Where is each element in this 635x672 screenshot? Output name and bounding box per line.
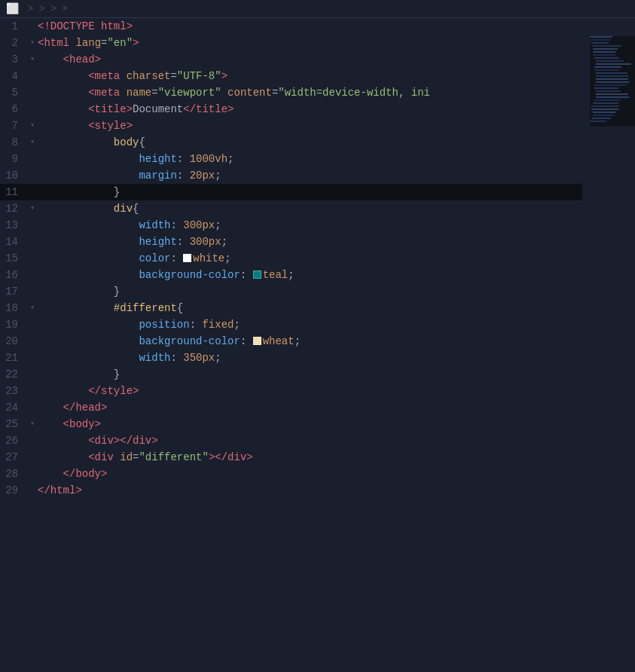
fold-placeholder [27,267,38,283]
fold-placeholder [27,283,38,300]
table-row: 1 <!DOCTYPE html> [0,18,582,35]
indent [38,316,139,333]
attr-value-token: "viewport" [158,84,221,101]
tag-token: > [133,35,139,51]
table-row: 27 <div id="different"></div> [0,449,582,466]
colon-token: : [177,151,190,167]
tag-token: <html [38,35,75,51]
tag-token: </title> [183,101,234,118]
fold-arrow[interactable]: ▾ [27,51,38,68]
line-number: 2 [0,35,27,51]
brace-token: } [114,283,120,300]
table-row: 8▾ body{ [0,134,582,151]
fold-placeholder [27,399,38,416]
fold-arrow[interactable]: ▾ [27,118,38,134]
value-token: 300px [183,217,215,234]
table-row: 28 </body> [0,466,582,482]
indent [38,333,139,350]
table-row: 15 color: white; [0,250,582,267]
indent [38,84,88,101]
colon-token: : [177,167,190,184]
colon-token: : [240,333,253,350]
fold-arrow[interactable]: ▾ [27,200,38,217]
brace-token: } [114,366,120,383]
tab-bar: ⬜ > > > > [0,0,635,18]
property-token: margin [139,167,176,184]
tag-token: html [101,18,127,35]
id-selector-token: #different [114,300,177,316]
table-row: 20 background-color: wheat; [0,333,582,350]
table-row: 22 } [0,366,582,383]
semicolon-token: ; [234,316,240,333]
line-number: 29 [0,482,27,499]
table-row: 16 background-color: teal; [0,267,582,283]
fold-arrow[interactable]: ▾ [27,416,38,432]
html-file-icon: ⬜ [6,2,19,15]
indent [38,300,114,316]
line-number: 26 [0,432,27,449]
indent [38,399,63,416]
brace-token: } [114,184,120,200]
tag-token: > [209,449,215,466]
indent [38,200,114,217]
punct-token: = [272,84,278,101]
line-number: 21 [0,350,27,366]
tag-token: </div> [120,432,157,449]
line-number: 24 [0,399,27,416]
value-token: white [193,250,224,267]
fold-placeholder [27,366,38,383]
fold-placeholder [27,217,38,234]
line-number: 19 [0,316,27,333]
table-row: 14 height: 300px; [0,234,582,250]
tag-token: </style> [88,383,139,399]
indent [38,466,63,482]
color-swatch [183,254,191,262]
line-number: 14 [0,234,27,250]
semicolon-token: ; [227,151,234,167]
tag-token: <!DOCTYPE [38,18,101,35]
fold-arrow[interactable]: ▾ [27,35,38,51]
punct-token: = [101,35,107,51]
line-number: 27 [0,449,27,466]
line-number: 4 [0,68,27,84]
line-number: 20 [0,333,27,350]
tag-token: <div [88,449,120,466]
line-number: 22 [0,366,27,383]
line-number: 6 [0,101,27,118]
attr-name-token: id [120,449,133,466]
colon-token: : [177,234,190,250]
property-token: background-color [139,267,240,283]
property-token: position [139,316,189,333]
value-token: 1000vh [190,151,227,167]
indent [38,383,88,399]
attr-name-token: name [127,84,152,101]
fold-placeholder [27,101,38,118]
colon-token: : [190,316,203,333]
table-row: 12▾ div{ [0,200,582,217]
punct-token: = [133,449,139,466]
fold-placeholder [27,316,38,333]
line-number: 5 [0,84,27,101]
line-number: 28 [0,466,27,482]
brace-token: { [139,134,145,151]
tag-token: > [221,68,227,84]
line-number: 11 [0,184,27,200]
brace-token: { [177,300,183,316]
tag-token: > [127,18,133,35]
property-token: height [139,234,176,250]
indent [38,416,63,432]
table-row: 10 margin: 20px; [0,167,582,184]
semicolon-token: ; [224,250,230,267]
attr-value-token: "en" [107,35,133,51]
tag-token: <body> [63,416,101,432]
editor: 1 <!DOCTYPE html>2▾<html lang="en">3▾ <h… [0,18,635,672]
table-row: 13 width: 300px; [0,217,582,234]
semicolon-token: ; [288,267,294,283]
fold-arrow[interactable]: ▾ [27,134,38,151]
value-token: 20px [190,167,215,184]
indent [38,250,139,267]
fold-arrow[interactable]: ▾ [27,300,38,316]
line-number: 3 [0,51,27,68]
value-token: wheat [263,333,295,350]
indent [38,134,114,151]
